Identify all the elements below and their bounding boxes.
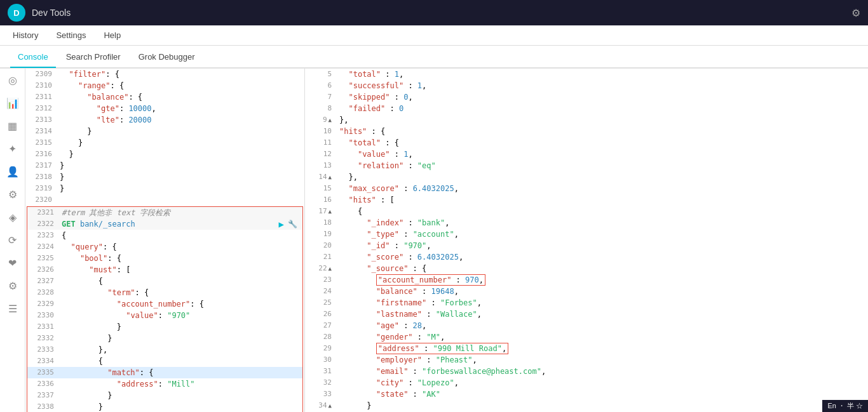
code-line: 2336 "address": "Mill" bbox=[27, 378, 302, 390]
code-line: 2323 { bbox=[27, 230, 302, 241]
app-title: Dev Tools bbox=[32, 8, 845, 18]
code-line: 2327 { bbox=[27, 276, 302, 287]
result-line: 18 "_index" : "bank", bbox=[305, 217, 868, 229]
tab-search-profiler[interactable]: Search Profiler bbox=[58, 47, 128, 68]
sidebar-icon-diamond[interactable]: ◈ bbox=[6, 211, 19, 223]
code-line: 2324 "query": { bbox=[27, 241, 302, 253]
query-method-line: 2322 GET bank/_search ▶ 🔧 bbox=[27, 218, 302, 230]
code-line: 2321 #term 其他非 text 字段检索 bbox=[27, 207, 302, 218]
editor-panel: 2309 "filter": { 2310 "range": { 2311 "b… bbox=[25, 69, 305, 412]
sidebar-icon-home[interactable]: ◎ bbox=[6, 74, 19, 86]
menu-history[interactable]: History bbox=[10, 30, 41, 40]
sidebar-icon-menu[interactable]: ☰ bbox=[6, 302, 19, 315]
result-line-highlighted: 29 "address" : "990 Mill Road", bbox=[305, 343, 868, 354]
sidebar-icon-chart[interactable]: 📊 bbox=[6, 96, 19, 109]
tabbar: Console Search Profiler Grok Debugger bbox=[0, 46, 868, 69]
sidebar-icon-gear2[interactable]: ⚙ bbox=[6, 279, 19, 292]
topbar: D Dev Tools ⚙ bbox=[0, 0, 868, 25]
result-line: 12 "value" : 1, bbox=[305, 149, 868, 160]
code-line: 2338 } bbox=[27, 401, 302, 412]
results-panel: 5 "total" : 1, 6 "successful" : 1, 7 "sk… bbox=[305, 69, 868, 412]
result-line: 22 "_source" : { bbox=[305, 263, 868, 274]
result-line: 5 "total" : 1, bbox=[305, 69, 868, 80]
result-line: 33 "state" : "AK" bbox=[305, 389, 868, 400]
statusbar-text: En ・ 半 ☆ bbox=[827, 401, 863, 411]
result-line: 34 } bbox=[305, 400, 868, 411]
code-line: 2310 "range": { bbox=[25, 80, 304, 91]
result-line: 26 "lastname" : "Wallace", bbox=[305, 309, 868, 320]
result-line: 21 "_score" : 6.4032025, bbox=[305, 251, 868, 263]
code-line: 2330 "value": "970" bbox=[27, 310, 302, 321]
result-line: 8 "failed" : 0 bbox=[305, 103, 868, 114]
code-line: 2309 "filter": { bbox=[25, 69, 304, 80]
code-line: 2335 "match": { bbox=[27, 367, 302, 378]
result-line: 17 { bbox=[305, 206, 868, 217]
code-line: 2312 "gte": 10000, bbox=[25, 103, 304, 114]
settings-icon[interactable]: ⚙ bbox=[851, 7, 860, 19]
results-code-area[interactable]: 5 "total" : 1, 6 "successful" : 1, 7 "sk… bbox=[305, 69, 868, 412]
content-area: 2309 "filter": { 2310 "range": { 2311 "b… bbox=[25, 69, 868, 412]
result-line: 24 "balance" : 19648, bbox=[305, 286, 868, 297]
result-line: 14 }, bbox=[305, 171, 868, 183]
result-line: 31 "email" : "forbeswallace@pheast.com", bbox=[305, 366, 868, 377]
code-line: 2326 "must": [ bbox=[27, 264, 302, 276]
code-line: 2329 "account_number": { bbox=[27, 298, 302, 310]
statusbar: En ・ 半 ☆ bbox=[822, 400, 868, 412]
sidebar-icon-settings[interactable]: ⚙ bbox=[6, 188, 19, 201]
code-line: 2313 "lte": 20000 bbox=[25, 114, 304, 126]
result-line: 9 }, bbox=[305, 114, 868, 126]
result-line: 13 "relation" : "eq" bbox=[305, 160, 868, 171]
menu-help[interactable]: Help bbox=[101, 30, 123, 40]
code-line: 2314 } bbox=[25, 126, 304, 137]
app-logo: D bbox=[8, 4, 25, 22]
code-line: 2332 } bbox=[27, 333, 302, 344]
run-button[interactable]: ▶ bbox=[279, 218, 284, 230]
result-line: 10 "hits" : { bbox=[305, 126, 868, 137]
code-line: 2319 } bbox=[25, 183, 304, 194]
code-line: 2337 } bbox=[27, 390, 302, 401]
sidebar-icon-star[interactable]: ✦ bbox=[6, 142, 19, 155]
code-line: 2318 } bbox=[25, 171, 304, 183]
menubar: History Settings Help bbox=[0, 25, 868, 46]
sidebar-icon-heart[interactable]: ❤ bbox=[6, 256, 19, 269]
sidebar-icon-refresh[interactable]: ⟳ bbox=[6, 234, 19, 246]
result-line: 32 "city" : "Lopezo", bbox=[305, 377, 868, 389]
result-line-highlighted: 23 "account_number" : 970, bbox=[305, 274, 868, 286]
tab-console[interactable]: Console bbox=[10, 47, 56, 68]
sidebar-icon-grid[interactable]: ▦ bbox=[6, 119, 19, 132]
code-line: 2311 "balance": { bbox=[25, 91, 304, 103]
code-line: 2317 } bbox=[25, 160, 304, 171]
code-line: 2328 "term": { bbox=[27, 287, 302, 298]
result-line: 16 "hits" : [ bbox=[305, 194, 868, 206]
result-line: 19 "_type" : "account", bbox=[305, 229, 868, 240]
result-line: 20 "_id" : "970", bbox=[305, 240, 868, 251]
result-line: 15 "max_score" : 6.4032025, bbox=[305, 183, 868, 194]
result-line: 30 "employer" : "Pheast", bbox=[305, 354, 868, 366]
code-line: 2315 } bbox=[25, 137, 304, 149]
result-line: 7 "skipped" : 0, bbox=[305, 91, 868, 103]
result-line: 28 "gender" : "M", bbox=[305, 331, 868, 343]
result-line: 27 "age" : 28, bbox=[305, 320, 868, 331]
code-line: 2320 bbox=[25, 194, 304, 206]
main-area: ◎ 📊 ▦ ✦ 👤 ⚙ ◈ ⟳ ❤ ⚙ ☰ 2309 "filter": { 2… bbox=[0, 69, 868, 412]
sidebar: ◎ 📊 ▦ ✦ 👤 ⚙ ◈ ⟳ ❤ ⚙ ☰ bbox=[0, 69, 25, 412]
code-line: 2333 }, bbox=[27, 344, 302, 356]
query-block: 2321 #term 其他非 text 字段检索 2322 GET bank/_… bbox=[27, 206, 303, 412]
menu-settings[interactable]: Settings bbox=[53, 30, 88, 40]
sidebar-icon-user[interactable]: 👤 bbox=[6, 165, 19, 178]
result-line: 11 "total" : { bbox=[305, 137, 868, 149]
code-line: 2334 { bbox=[27, 356, 302, 367]
code-line: 2325 "bool": { bbox=[27, 253, 302, 264]
editor-code-area[interactable]: 2309 "filter": { 2310 "range": { 2311 "b… bbox=[25, 69, 304, 412]
result-line: 25 "firstname" : "Forbes", bbox=[305, 297, 868, 309]
settings-button[interactable]: 🔧 bbox=[288, 218, 297, 230]
code-line: 2331 } bbox=[27, 321, 302, 333]
result-line: 6 "successful" : 1, bbox=[305, 80, 868, 91]
code-line: 2316 } bbox=[25, 149, 304, 160]
tab-grok-debugger[interactable]: Grok Debugger bbox=[131, 47, 203, 68]
